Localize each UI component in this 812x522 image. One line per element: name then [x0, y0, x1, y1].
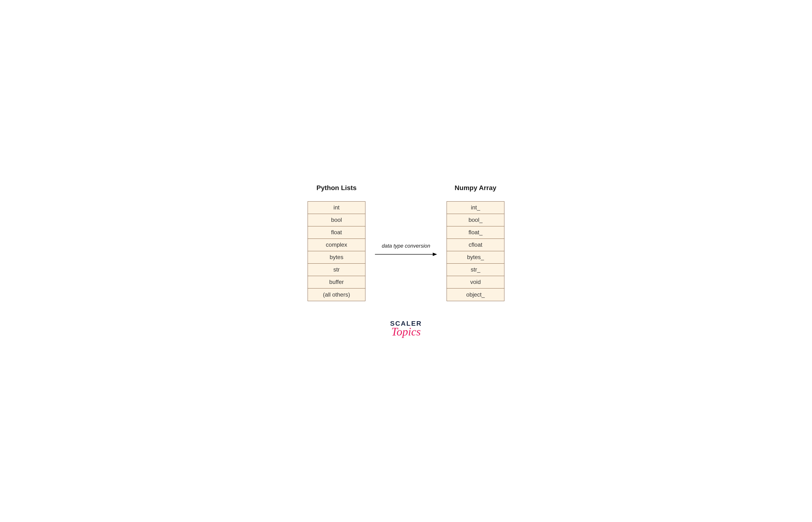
- table-row: str_: [447, 264, 504, 276]
- arrow-section: data type conversion: [375, 243, 437, 257]
- table-row: int: [308, 202, 365, 214]
- table-row: bool: [308, 214, 365, 226]
- logo: SCALER Topics: [390, 320, 422, 338]
- right-column: Numpy Array int_ bool_ float_ cfloat byt…: [447, 184, 504, 301]
- table-row: buffer: [308, 276, 365, 288]
- right-table: int_ bool_ float_ cfloat bytes_ str_ voi…: [447, 201, 504, 301]
- left-column: Python Lists int bool float complex byte…: [308, 184, 365, 301]
- table-row: object_: [447, 288, 504, 301]
- table-row: (all others): [308, 288, 365, 301]
- table-row: complex: [308, 239, 365, 251]
- arrow-icon: [375, 252, 437, 257]
- left-column-title: Python Lists: [317, 184, 357, 192]
- table-row: float_: [447, 226, 504, 239]
- logo-sub-brand: Topics: [391, 325, 421, 338]
- diagram-container: Python Lists int bool float complex byte…: [308, 184, 504, 301]
- right-column-title: Numpy Array: [455, 184, 496, 192]
- table-row: bytes_: [447, 251, 504, 264]
- table-row: bool_: [447, 214, 504, 226]
- left-table: int bool float complex bytes str buffer …: [308, 201, 365, 301]
- table-row: float: [308, 226, 365, 239]
- table-row: int_: [447, 202, 504, 214]
- table-row: bytes: [308, 251, 365, 264]
- arrow-label: data type conversion: [382, 243, 430, 249]
- table-row: str: [308, 264, 365, 276]
- table-row: void: [447, 276, 504, 288]
- table-row: cfloat: [447, 239, 504, 251]
- svg-marker-1: [433, 253, 437, 256]
